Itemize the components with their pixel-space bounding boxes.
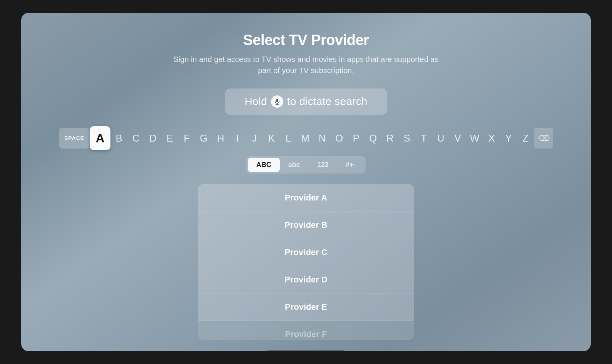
provider-item-0[interactable]: Provider A	[198, 184, 414, 212]
microphone-icon	[271, 95, 283, 108]
dictate-suffix: to dictate search	[287, 95, 368, 108]
dictate-bar[interactable]: Hold to dictate search	[225, 88, 387, 115]
key-C[interactable]: C	[127, 128, 144, 149]
provider-item-1[interactable]: Provider B	[198, 212, 414, 239]
provider-item-4[interactable]: Provider E	[198, 294, 414, 321]
mode-key-ABC[interactable]: ABC	[248, 158, 280, 172]
key-L[interactable]: L	[280, 128, 297, 149]
key-F[interactable]: F	[178, 128, 195, 149]
key-U[interactable]: U	[432, 128, 449, 149]
key-E[interactable]: E	[161, 128, 178, 149]
dictate-prefix: Hold	[244, 95, 267, 108]
space-key[interactable]: SPACE	[59, 128, 90, 149]
svg-rect-0	[276, 99, 278, 102]
key-M[interactable]: M	[297, 128, 314, 149]
key-P[interactable]: P	[348, 128, 365, 149]
key-T[interactable]: T	[415, 128, 432, 149]
providers-list: Provider AProvider BProvider CProvider D…	[198, 184, 414, 340]
mode-key-abc[interactable]: abc	[280, 158, 309, 172]
keyboard-mode-row: ABCabc123#+-	[246, 156, 366, 174]
tv-frame: Select TV Provider Sign in and get acces…	[21, 13, 591, 351]
key-I[interactable]: I	[229, 128, 246, 149]
key-V[interactable]: V	[449, 128, 466, 149]
tv-stand	[268, 351, 344, 351]
key-Q[interactable]: Q	[365, 128, 381, 149]
mode-key-123[interactable]: 123	[309, 158, 337, 172]
key-S[interactable]: S	[398, 128, 415, 149]
keyboard-row: SPACE A BCDEFGHIJKLMNOPQRSTUVWXYZ ⌫	[44, 126, 568, 150]
key-B[interactable]: B	[110, 128, 127, 149]
key-K[interactable]: K	[263, 128, 280, 149]
key-A[interactable]: A	[90, 126, 110, 150]
key-J[interactable]: J	[246, 128, 263, 149]
key-Z[interactable]: Z	[517, 128, 534, 149]
provider-item-3[interactable]: Provider D	[198, 266, 414, 294]
provider-item-2[interactable]: Provider C	[198, 239, 414, 266]
key-D[interactable]: D	[144, 128, 161, 149]
screen-content: Select TV Provider Sign in and get acces…	[21, 13, 591, 351]
key-N[interactable]: N	[314, 128, 331, 149]
page-subtitle: Sign in and get access to TV shows and m…	[167, 54, 445, 76]
key-R[interactable]: R	[381, 128, 398, 149]
key-W[interactable]: W	[466, 128, 483, 149]
mode-key-#+-[interactable]: #+-	[337, 158, 365, 172]
key-G[interactable]: G	[195, 128, 212, 149]
key-Y[interactable]: Y	[500, 128, 517, 149]
key-O[interactable]: O	[331, 128, 348, 149]
key-H[interactable]: H	[212, 128, 229, 149]
provider-item-5[interactable]: Provider F	[198, 321, 414, 340]
key-X[interactable]: X	[483, 128, 500, 149]
page-title: Select TV Provider	[243, 32, 369, 48]
delete-key[interactable]: ⌫	[534, 128, 553, 149]
